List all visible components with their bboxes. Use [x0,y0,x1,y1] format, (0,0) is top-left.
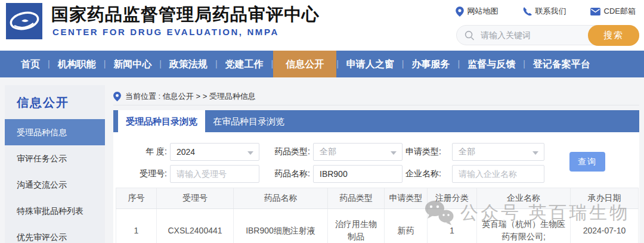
apply-type-select[interactable]: 全部 [452,143,544,161]
company-input[interactable] [459,169,538,179]
site-search[interactable]: 请输入关键词 搜索 [456,25,639,45]
sidebar-item-communication[interactable]: 沟通交流公示 [5,172,105,198]
sidebar-title: 信息公开 [5,85,105,119]
acceptance-no-label-group: 受理号: [124,165,167,183]
company-label: 企业名称: [405,169,441,179]
tab-strip: 受理品种目录浏览 在审品种目录浏览 [113,110,639,132]
nav-applicant[interactable]: 申请人之窗 [339,51,402,77]
search-button[interactable]: 搜索 [588,25,639,46]
phone-icon [522,7,532,16]
tab-under-review-catalog[interactable]: 在审品种目录浏览 [205,110,292,132]
drug-name-label-group: 药品名称: [273,165,310,183]
sitemap-label: 网站地图 [467,6,499,17]
cde-logo-swirl [6,3,42,39]
contact-label: 联系我们 [535,6,566,17]
table-row[interactable]: 1 CXSL2400441 IBR900细胞注射液 治疗用生物制品 新药 1 英… [116,209,639,243]
drug-type-select[interactable]: 全部 [313,143,402,161]
chevron-down-icon [532,151,538,155]
nav-supervision[interactable]: 监督与反馈 [460,51,523,77]
col-drug-type: 药品类型 [328,188,385,209]
apply-type-label: 申请类型: [405,147,441,157]
apply-type-label-group: 申请类型: [404,143,441,161]
nav-functions[interactable]: 机构职能 [50,51,104,77]
search-icon [465,30,475,40]
nav-news[interactable]: 新闻中心 [106,51,159,77]
year-label-group: 年 度: [124,143,167,161]
content-panel: 受理品种目录浏览 在审品种目录浏览 年 度: 2024 药品类型: 全部 申请类… [113,110,639,243]
sidebar-item-special-approval[interactable]: 特殊审批品种列表 [5,198,105,224]
year-select[interactable]: 2024 [170,143,259,161]
sidebar-item-accepted-varieties[interactable]: 受理品种信息 [5,119,105,145]
year-label: 年 度: [145,147,167,157]
drug-name-field[interactable] [313,165,402,183]
col-drug-name: 药品名称 [234,188,328,209]
acceptance-no-label: 受理号: [140,169,167,179]
year-value: 2024 [177,147,195,157]
cell-drug-type: 治疗用生物制品 [328,209,385,243]
sitemap-link[interactable]: 网站地图 [456,6,499,17]
drug-name-label: 药品名称: [274,169,310,179]
col-company: 企业名称 [477,188,571,209]
col-reg-class: 注册分类 [428,188,477,209]
mail-icon [590,8,600,15]
nav-registration-platform[interactable]: 登记备案平台 [525,51,598,77]
table-header-row: 序号 受理号 药品名称 药品类型 申请类型 注册分类 企业名称 承办日期 [116,188,639,209]
main-nav: 首页| 机构职能| 新闻中心| 政策法规| 党建工作| 信息公开| 申请人之窗|… [0,51,644,77]
cell-seq: 1 [116,209,157,243]
chevron-down-icon [391,151,397,155]
sidebar-item-priority-review[interactable]: 优先审评公示 [5,224,105,243]
query-button[interactable]: 查询 [569,152,605,172]
breadcrumb-text: 当前位置 : 信息公开 > > 受理品种信息 [125,91,256,102]
nav-policy[interactable]: 政策法规 [162,51,215,77]
chevron-down-icon [247,151,253,155]
drug-type-value: 全部 [320,147,336,157]
nav-home[interactable]: 首页 [13,51,48,77]
nav-party[interactable]: 党建工作 [218,51,271,77]
cell-apply-type: 新药 [385,209,428,243]
site-header: 国家药品监督管理局药品审评中心 CENTER FOR DRUG EVALUATI… [0,0,644,51]
col-apply-type: 申请类型 [385,188,428,209]
cell-date: 2024-07-10 [571,209,639,243]
col-date: 承办日期 [571,188,639,209]
sidebar: 信息公开 受理品种信息 审评任务公示 沟通交流公示 特殊审批品种列表 优先审评公… [5,85,105,243]
cell-reg-class: 1 [428,209,477,243]
acceptance-no-input[interactable] [177,169,253,179]
cell-acceptance-no: CXSL2400441 [157,209,234,243]
nav-services[interactable]: 办事服务 [404,51,457,77]
acceptance-no-field[interactable] [170,165,259,183]
search-placeholder[interactable]: 请输入关键词 [481,30,531,41]
col-acceptance-no: 受理号 [157,188,234,209]
company-label-group: 企业名称: [404,165,441,183]
drug-name-input[interactable] [320,169,396,179]
cde-logo [6,3,42,39]
site-title: 国家药品监督管理局药品审评中心 [51,3,320,27]
tab-accepted-catalog[interactable]: 受理品种目录浏览 [118,110,205,132]
mailbox-label: CDE邮箱 [604,6,636,17]
location-pin-icon [113,92,121,101]
map-pin-icon [456,7,464,17]
breadcrumb: 当前位置 : 信息公开 > > 受理品种信息 [113,88,639,105]
cell-company: 英百瑞（杭州）生物医药有限公司; [477,209,571,243]
header-quick-links: 网站地图 联系我们 CDE邮箱 [456,6,636,17]
apply-type-value: 全部 [459,147,475,157]
cell-drug-name: IBR900细胞注射液 [234,209,328,243]
drug-type-label: 药品类型: [274,147,310,157]
page: 国家药品监督管理局药品审评中心 CENTER FOR DRUG EVALUATI… [0,0,644,243]
drug-type-label-group: 药品类型: [273,143,310,161]
site-subtitle: CENTER FOR DRUG EVALUATION, NMPA [52,27,279,37]
mailbox-link[interactable]: CDE邮箱 [590,6,636,17]
nav-info-disclosure[interactable]: 信息公开 [273,51,336,77]
contact-link[interactable]: 联系我们 [522,6,566,17]
sidebar-item-review-tasks[interactable]: 审评任务公示 [5,145,105,172]
results-table: 序号 受理号 药品名称 药品类型 申请类型 注册分类 企业名称 承办日期 1 C… [116,188,639,243]
company-field[interactable] [452,165,544,183]
col-seq: 序号 [116,188,157,209]
